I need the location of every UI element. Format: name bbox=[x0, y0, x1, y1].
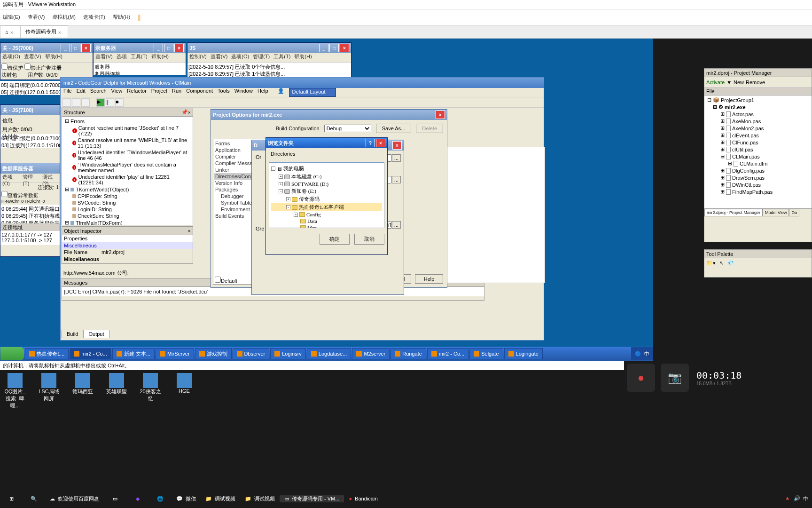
close-icon[interactable]: × bbox=[188, 228, 191, 234]
close-icon[interactable]: × bbox=[340, 44, 349, 52]
start-button[interactable]: ⊞ bbox=[0, 489, 23, 508]
desktop-icon[interactable]: LSC局域网屏 bbox=[37, 373, 61, 409]
close-icon[interactable]: × bbox=[10, 30, 15, 34]
desktop-icon[interactable]: 20侠客之忆 bbox=[138, 373, 163, 409]
tab-home[interactable]: ⌂× bbox=[0, 25, 20, 38]
close-icon[interactable]: × bbox=[188, 110, 191, 115]
help-icon[interactable]: ? bbox=[366, 139, 375, 147]
ime-icon[interactable]: 中 bbox=[803, 495, 808, 502]
taskbar-item[interactable]: 📁调试视频 bbox=[201, 495, 240, 502]
network-icon[interactable]: 🔊 bbox=[794, 495, 800, 502]
expand-icon[interactable]: - bbox=[271, 167, 275, 171]
save-icon[interactable] bbox=[81, 98, 90, 107]
protect-checkbox[interactable] bbox=[1, 64, 8, 70]
maximize-icon[interactable]: □ bbox=[71, 44, 80, 52]
close-icon[interactable]: × bbox=[174, 44, 184, 52]
taskbar-button[interactable]: Logdatase... bbox=[307, 348, 351, 359]
expand-icon[interactable]: + bbox=[279, 175, 283, 179]
pause-icon[interactable]: ‖ bbox=[106, 98, 114, 107]
close-icon[interactable]: × bbox=[58, 30, 63, 34]
tray-icon[interactable]: 🔺 bbox=[784, 495, 791, 502]
menu-help[interactable]: 帮助(H) bbox=[113, 14, 130, 21]
node-icon bbox=[70, 221, 74, 225]
close-icon[interactable]: × bbox=[376, 139, 385, 147]
desktop-icon[interactable]: QQ图片_搜索_啤哩... bbox=[3, 373, 27, 409]
taskbar-button[interactable]: 新建 文本... bbox=[112, 348, 155, 359]
minimize-icon[interactable]: _ bbox=[154, 44, 163, 52]
taskbar-button[interactable]: Dbserver bbox=[233, 348, 270, 359]
search-icon[interactable]: 🔍 bbox=[23, 489, 45, 508]
expand-icon[interactable]: - bbox=[286, 205, 290, 209]
taskbar-item[interactable]: ☁欢迎使用百度网盘 bbox=[45, 495, 104, 502]
menu-tab[interactable]: 选项卡(T) bbox=[83, 14, 105, 21]
taskbar-button[interactable]: MirServer bbox=[156, 348, 194, 359]
taskbar-button[interactable]: Logingate bbox=[504, 348, 543, 359]
close-icon[interactable]: × bbox=[436, 111, 445, 119]
menu-view[interactable]: 查看(V) bbox=[28, 14, 45, 21]
expand-icon[interactable]: + bbox=[294, 213, 298, 217]
maximize-icon[interactable]: □ bbox=[329, 44, 339, 52]
category-icon[interactable]: 📁▾ bbox=[706, 260, 716, 266]
ban-ad-checkbox[interactable] bbox=[24, 64, 31, 70]
taskbar-button[interactable]: 热血传奇1... bbox=[25, 348, 69, 359]
close-icon[interactable]: × bbox=[81, 44, 91, 52]
expand-icon[interactable]: + bbox=[286, 197, 290, 201]
errors-node[interactable]: Errors bbox=[70, 119, 85, 124]
taskbar-button[interactable]: 游戏控制 bbox=[195, 348, 232, 359]
taskbar-button[interactable]: Loginsrv bbox=[270, 348, 306, 359]
expand-icon[interactable]: + bbox=[279, 182, 283, 186]
js7000-titlebar[interactable]: 关 - JS(7000) _□× bbox=[0, 43, 93, 53]
expand-icon[interactable]: - bbox=[279, 189, 283, 193]
save-as-button[interactable]: Save As... bbox=[376, 124, 412, 133]
taskbar-button[interactable]: M2server bbox=[352, 348, 390, 359]
delete-button[interactable]: Delete bbox=[416, 124, 443, 133]
browse-button[interactable]: ... bbox=[392, 154, 401, 162]
taskbar-button[interactable]: Rungate bbox=[390, 348, 426, 359]
tab-vm[interactable]: 传奇源码专用× bbox=[20, 25, 68, 38]
taskbar-item[interactable]: ●Bandicam bbox=[344, 496, 383, 501]
menu-vm[interactable]: 虚拟机(M) bbox=[52, 14, 76, 21]
open-icon[interactable] bbox=[72, 98, 80, 107]
run-icon[interactable]: ▶ bbox=[96, 98, 105, 107]
cancel-button[interactable]: 取消 bbox=[354, 234, 384, 245]
taskbar-item[interactable]: 📁调试视频 bbox=[240, 495, 280, 502]
browse-button[interactable]: ... bbox=[392, 221, 401, 229]
screenshot-button[interactable]: 📷 bbox=[661, 364, 689, 392]
taskbar-button[interactable]: mir2 - Co... bbox=[427, 348, 468, 359]
pointer-icon[interactable]: ↖ bbox=[719, 260, 724, 266]
tray-icon[interactable]: 🔵 bbox=[635, 351, 641, 357]
component-icon[interactable]: 💎 bbox=[727, 260, 734, 266]
record-button[interactable]: ● bbox=[627, 364, 655, 392]
pin-icon[interactable]: 📌 bbox=[181, 109, 188, 115]
minimize-icon[interactable]: _ bbox=[319, 44, 328, 52]
stop-icon[interactable]: ■ bbox=[115, 98, 124, 107]
help-button[interactable]: Help bbox=[415, 274, 443, 284]
check-anomaly-checkbox[interactable] bbox=[1, 191, 8, 197]
start-button[interactable] bbox=[0, 347, 24, 360]
system-tray[interactable]: 🔵 中 bbox=[631, 347, 653, 360]
browse-button[interactable]: ... bbox=[392, 176, 401, 183]
new-icon[interactable] bbox=[62, 98, 71, 107]
build-tab[interactable]: Build bbox=[62, 330, 83, 338]
taskview-icon[interactable]: ▭ bbox=[104, 489, 126, 508]
desktop-icon[interactable]: 德玛西亚 bbox=[70, 373, 95, 409]
menu-edit[interactable]: 编辑(E) bbox=[3, 14, 20, 21]
browser-icon[interactable]: 🌐 bbox=[149, 489, 172, 508]
vscode-icon[interactable]: ◆ bbox=[126, 489, 149, 508]
minimize-icon[interactable]: _ bbox=[61, 44, 70, 52]
taskbar-button[interactable]: mir2 - Co... bbox=[70, 348, 111, 359]
ok-button[interactable]: 确定 bbox=[320, 234, 350, 245]
close-icon[interactable]: × bbox=[392, 141, 402, 150]
folder-tree[interactable]: -🖥我的电脑+本地磁盘 (C:)+SOFTWARE (D:)-新加卷 (E:)+… bbox=[269, 162, 384, 228]
layout-combo[interactable]: Default Layout bbox=[289, 88, 336, 97]
desktop-icon[interactable]: 英雄联盟 bbox=[104, 373, 129, 409]
taskbar-item[interactable]: ▭传奇源码专用 - VM... bbox=[280, 495, 344, 502]
build-config-select[interactable]: Debug bbox=[324, 125, 371, 132]
taskbar-button[interactable]: Selgate bbox=[469, 348, 503, 359]
delphi-titlebar[interactable]: mir2 - CodeGear Delphi for Microsoft Win… bbox=[61, 78, 544, 88]
default-checkbox[interactable] bbox=[215, 277, 221, 283]
taskbar-item[interactable]: 💬微信 bbox=[172, 495, 201, 502]
output-tab[interactable]: Output bbox=[83, 330, 109, 338]
desktop-icon[interactable]: HGE bbox=[172, 373, 196, 409]
maximize-icon[interactable]: □ bbox=[164, 44, 173, 52]
